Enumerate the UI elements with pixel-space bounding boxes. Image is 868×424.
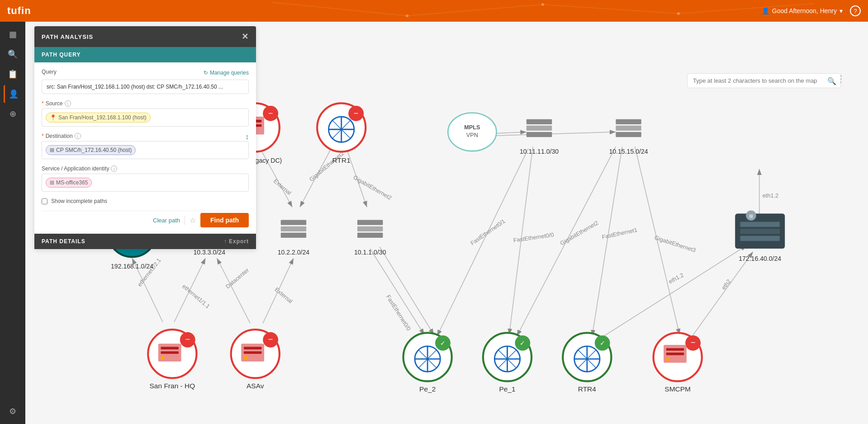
- svg-rect-111: [526, 119, 552, 124]
- refresh-icon: ↻: [204, 70, 208, 76]
- source-row: * Source i 📍 San Fran/Host_192.168.1.100…: [42, 100, 249, 127]
- node-asav[interactable]: − ASAv: [231, 330, 280, 390]
- logo: tufin: [7, 5, 31, 17]
- clear-path-button[interactable]: Clear path: [153, 217, 180, 224]
- grid-icon: ⊞: [50, 179, 54, 186]
- svg-text:10.3.3.0/24: 10.3.3.0/24: [193, 249, 225, 256]
- svg-text:10.15.15.0/24: 10.15.15.0/24: [609, 148, 648, 155]
- user-icon: 👤: [762, 7, 769, 14]
- node-net-101111[interactable]: 10.11.11.0/30: [520, 118, 559, 155]
- service-label: Service / Application identity i: [42, 165, 249, 172]
- svg-text:10.11.11.0/30: 10.11.11.0/30: [520, 148, 559, 155]
- svg-text:eth2: eth2: [720, 278, 732, 291]
- greeting-text: Good Afternoon, Henry: [772, 7, 837, 14]
- path-query-header: PATH QUERY: [34, 47, 256, 62]
- svg-rect-105: [357, 233, 383, 238]
- manage-queries-button[interactable]: ↻ Manage queries: [204, 70, 249, 76]
- destination-row: * Destination i ↕ ⊞ CP SMC/h_172.16.40.5…: [42, 133, 249, 159]
- svg-rect-99: [281, 226, 306, 231]
- path-query-label: PATH QUERY: [42, 52, 81, 58]
- svg-rect-117: [616, 126, 641, 131]
- svg-rect-174: [740, 222, 779, 227]
- export-label: Export: [229, 238, 249, 245]
- server-icon: ⊞: [50, 147, 54, 153]
- svg-text:ASAv: ASAv: [247, 382, 264, 390]
- chevron-down-icon: ▾: [840, 7, 843, 14]
- svg-line-0: [271, 2, 407, 16]
- incomplete-paths-label: Show incomplete paths: [51, 198, 107, 204]
- panel-close-button[interactable]: ✕: [242, 32, 249, 42]
- service-row: Service / Application identity i ⊞ MS-of…: [42, 165, 249, 192]
- panel-body: Query ↻ Manage queries * Source i 📍: [34, 62, 256, 234]
- service-info-icon[interactable]: i: [111, 165, 117, 172]
- svg-text:−: −: [268, 108, 273, 118]
- find-path-button[interactable]: Find path: [200, 213, 249, 227]
- svg-point-169: [666, 357, 670, 361]
- destination-input[interactable]: ⊞ CP SMC/h_172.16.40.50 (host): [42, 141, 249, 159]
- dest-info-icon[interactable]: i: [75, 133, 81, 139]
- svg-rect-112: [526, 126, 552, 131]
- svg-point-6: [677, 12, 680, 15]
- path-analysis-panel: PATH ANALYSIS ✕ PATH QUERY Query ↻ Manag…: [34, 26, 256, 249]
- svg-rect-133: [244, 351, 262, 354]
- svg-text:Pe_2: Pe_2: [419, 385, 436, 393]
- svg-point-5: [541, 3, 544, 6]
- svg-rect-124: [161, 347, 179, 349]
- source-input[interactable]: 📍 San Fran/Host_192.168.1.100 (host): [42, 108, 249, 127]
- node-net-1011[interactable]: 10.1.1.0/30: [354, 219, 386, 256]
- source-label: * Source i: [42, 100, 249, 107]
- svg-text:RTR1: RTR1: [332, 156, 351, 164]
- sidebar-item-user[interactable]: 👤: [4, 85, 22, 103]
- svg-line-39: [592, 146, 622, 336]
- node-mpls[interactable]: MPLS VPN: [448, 113, 496, 151]
- node-rtr4[interactable]: ✓ RTR4: [563, 333, 611, 393]
- location-icon: 📍: [50, 114, 57, 121]
- svg-text:✓: ✓: [520, 339, 525, 347]
- path-details-header: PATH DETAILS ↑ Export: [34, 234, 256, 249]
- svg-rect-167: [666, 348, 684, 351]
- sidebar-item-rules[interactable]: 📋: [4, 65, 22, 83]
- incomplete-paths-checkbox[interactable]: [42, 198, 47, 204]
- svg-text:VPN: VPN: [466, 132, 478, 138]
- user-menu[interactable]: 👤 Good Afternoon, Henry ▾: [762, 7, 843, 14]
- svg-text:⊞: ⊞: [749, 213, 753, 219]
- node-net-1022[interactable]: 10.2.2.0/24: [278, 219, 310, 256]
- svg-rect-100: [281, 233, 306, 238]
- header: tufin 👤 Good Afternoon, Henry ▾ ?: [0, 0, 868, 22]
- source-info-icon[interactable]: i: [65, 100, 71, 107]
- main-content: TOPOLOGY Last Sync: November 14, 2022 03…: [25, 22, 868, 424]
- node-pe1[interactable]: ✓ Pe_1: [483, 333, 531, 393]
- service-tag: ⊞ MS-office365: [46, 178, 92, 188]
- help-button[interactable]: ?: [850, 5, 861, 16]
- sidebar-item-search[interactable]: 🔍: [4, 45, 22, 63]
- node-smcpm[interactable]: − SMCPM: [654, 333, 702, 393]
- svg-text:10.1.1.0/30: 10.1.1.0/30: [354, 249, 386, 256]
- node-pe2[interactable]: ✓ Pe_2: [403, 333, 452, 393]
- dest-label-row: * Destination i ↕: [42, 133, 249, 141]
- sidebar-item-dashboard[interactable]: ▦: [4, 25, 22, 43]
- header-right: 👤 Good Afternoon, Henry ▾ ?: [762, 5, 861, 16]
- incomplete-paths-row: Show incomplete paths: [42, 198, 249, 204]
- svg-text:ethernet1/2.1: ethernet1/2.1: [137, 257, 162, 288]
- favorite-button[interactable]: ☆: [190, 216, 196, 225]
- export-button[interactable]: ↑ Export: [224, 238, 249, 245]
- svg-text:192.168.1.0/24: 192.168.1.0/24: [111, 263, 153, 270]
- svg-text:MPLS: MPLS: [464, 124, 480, 131]
- svg-text:GigabitEthernet2: GigabitEthernet2: [352, 174, 393, 201]
- node-san-fran-hq[interactable]: − San Fran - HQ: [148, 330, 196, 390]
- query-input[interactable]: [42, 80, 249, 94]
- svg-text:✓: ✓: [600, 339, 605, 347]
- manage-queries-label: Manage queries: [210, 70, 249, 76]
- sidebar-item-network[interactable]: ⊕: [4, 105, 22, 123]
- swap-button[interactable]: ↕: [245, 133, 249, 141]
- node-net-172[interactable]: ⊞ 172.16.40.0/24: [735, 210, 785, 262]
- destination-tag-text: CP SMC/h_172.16.40.50 (host): [56, 147, 132, 153]
- svg-text:−: −: [185, 334, 190, 344]
- svg-rect-104: [357, 226, 383, 231]
- node-net-101515[interactable]: 10.15.15.0/24: [609, 118, 648, 155]
- service-input[interactable]: ⊞ MS-office365: [42, 174, 249, 192]
- sidebar-item-settings[interactable]: ⚙: [4, 402, 22, 420]
- svg-text:Pe_1: Pe_1: [499, 385, 515, 393]
- svg-text:FastEthernet0/0: FastEthernet0/0: [513, 231, 554, 243]
- svg-text:−: −: [691, 338, 696, 347]
